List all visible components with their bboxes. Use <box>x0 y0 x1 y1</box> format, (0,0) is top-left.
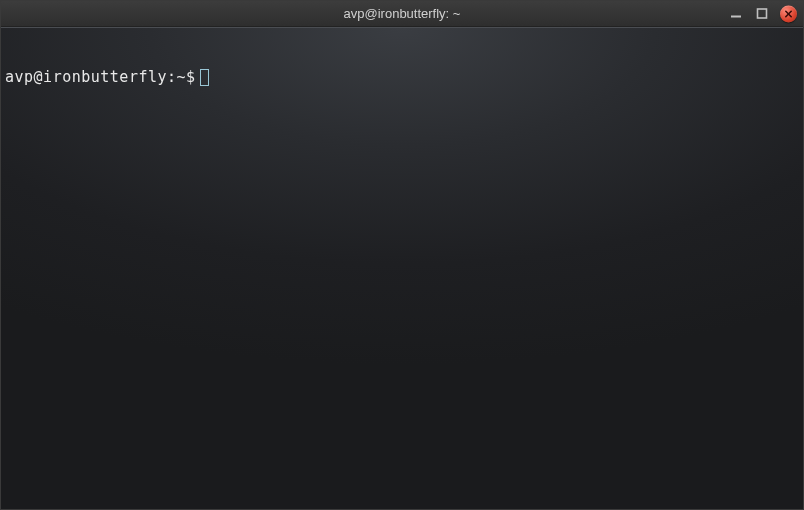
window-controls <box>728 5 797 22</box>
shell-prompt: avp@ironbutterfly:~$ <box>5 68 196 86</box>
prompt-line: avp@ironbutterfly:~$ <box>5 68 799 86</box>
titlebar[interactable]: avp@ironbutterfly: ~ <box>1 1 803 27</box>
minimize-button[interactable] <box>728 6 744 22</box>
maximize-icon <box>756 8 768 20</box>
terminal-window: avp@ironbutterfly: ~ avp@ironbutt <box>0 0 804 510</box>
text-cursor <box>200 69 209 86</box>
maximize-button[interactable] <box>754 6 770 22</box>
close-icon <box>784 9 793 18</box>
svg-rect-0 <box>731 16 741 18</box>
terminal-area[interactable]: avp@ironbutterfly:~$ <box>1 27 803 509</box>
window-title: avp@ironbutterfly: ~ <box>344 6 461 21</box>
svg-rect-1 <box>758 9 767 18</box>
minimize-icon <box>730 8 742 20</box>
close-button[interactable] <box>780 5 797 22</box>
